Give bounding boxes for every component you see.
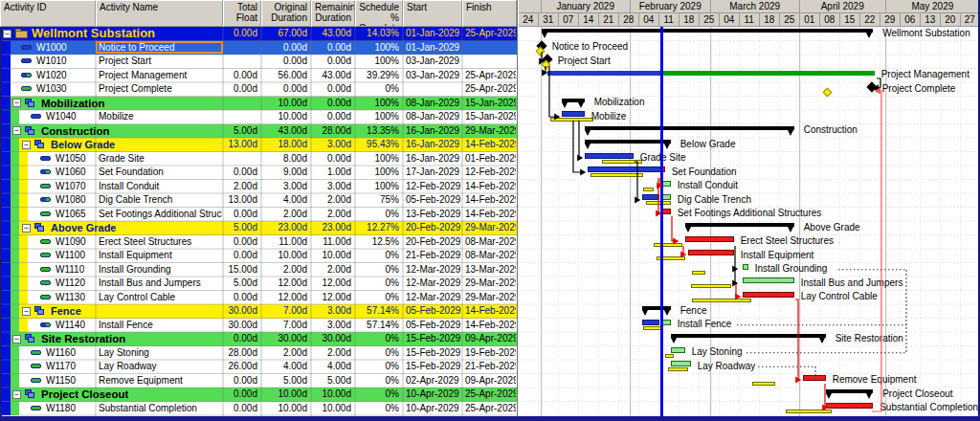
timescale-month-cell[interactable] xyxy=(519,0,542,13)
gantt-bar-label: Dig Cable Trench xyxy=(678,194,751,205)
critical-remaining-bar[interactable] xyxy=(685,236,734,242)
timescale-month-cell[interactable]: March 2029 xyxy=(711,0,800,13)
critical-remaining-bar[interactable] xyxy=(688,250,734,255)
column-header-name[interactable]: Activity Name xyxy=(96,0,223,27)
timescale-week-cell[interactable]: 08 xyxy=(820,13,840,27)
gantt-bar-label: Set Footings Additional Structures xyxy=(678,208,822,218)
timescale-week-cell[interactable]: 11 xyxy=(740,13,760,27)
timescale-week-cell[interactable]: 22 xyxy=(860,13,880,27)
timescale-week-cell[interactable]: 28 xyxy=(619,13,639,27)
summary-bar-endcap xyxy=(685,227,691,233)
timescale-week-cell[interactable]: 18 xyxy=(760,13,780,27)
timescale-week-cell[interactable]: 25 xyxy=(780,13,800,27)
gantt-bar-label: Below Grade xyxy=(680,139,736,149)
summary-bar-endcap xyxy=(642,310,648,316)
summary-bar[interactable] xyxy=(585,126,794,130)
timescale-week-cell[interactable]: 04 xyxy=(720,13,740,27)
column-header-rd[interactable]: Remaining Duration xyxy=(311,0,355,27)
gantt-bar-label: Erect Steel Structures xyxy=(741,235,834,246)
column-header-pct[interactable]: Schedule % Complete xyxy=(355,0,403,27)
gantt-bar-label: Set Foundation xyxy=(672,166,737,177)
remaining-work-bar[interactable] xyxy=(743,264,748,270)
baseline-bar xyxy=(692,299,751,302)
summary-bar[interactable] xyxy=(685,223,794,227)
actual-work-bar[interactable] xyxy=(588,166,662,172)
gantt-bar-label: Lay Control Cable xyxy=(801,291,878,301)
timescale-month-cell[interactable]: February 2029 xyxy=(631,0,711,13)
summary-bar-endcap xyxy=(664,144,670,149)
summary-bar-endcap xyxy=(866,33,872,38)
timescale-week-cell[interactable]: 13 xyxy=(921,13,941,27)
milestone-icon[interactable] xyxy=(866,82,877,93)
timescale-week-cell[interactable]: 04 xyxy=(639,13,659,27)
actual-work-bar[interactable] xyxy=(585,153,634,159)
remaining-work-bar[interactable] xyxy=(743,277,794,283)
remaining-work-bar[interactable] xyxy=(671,361,691,366)
gantt-bar-label: Mobilize xyxy=(591,111,627,122)
gantt-bar-label: Construction xyxy=(804,124,858,135)
timescale-week-cell[interactable]: 29 xyxy=(880,13,901,27)
timescale-week-cell[interactable]: 27 xyxy=(961,13,980,27)
pane-splitter[interactable] xyxy=(517,0,518,416)
actual-work-bar[interactable] xyxy=(547,71,662,76)
critical-remaining-bar[interactable] xyxy=(826,403,874,409)
baseline-bar xyxy=(654,243,682,247)
remaining-work-bar[interactable] xyxy=(671,347,685,353)
window-frame-left xyxy=(0,27,2,421)
timescale-week-cell[interactable]: 18 xyxy=(679,13,700,27)
gantt-bar-label: Project Complete xyxy=(882,83,956,94)
remaining-work-bar[interactable] xyxy=(662,181,671,187)
column-header-finish[interactable]: Finish xyxy=(462,0,517,27)
column-header-od[interactable]: Original Duration xyxy=(261,0,311,27)
remaining-work-bar[interactable] xyxy=(662,71,875,76)
actual-work-bar[interactable] xyxy=(642,320,659,325)
column-header-start[interactable]: Start xyxy=(403,0,462,27)
summary-bar-endcap xyxy=(585,130,590,136)
timescale-week-cell[interactable]: 11 xyxy=(659,13,679,27)
gantt-bar-label: Fence xyxy=(680,305,707,316)
column-header-tf[interactable]: Total Float xyxy=(223,0,261,27)
p6-gantt-window: −Wellmont Substation0.00d67.00d43.00d14.… xyxy=(0,0,980,421)
gantt-bar-label: Wellmont Substation xyxy=(882,28,970,38)
timescale-week-cell[interactable]: 07 xyxy=(559,13,579,27)
timescale-month-cell[interactable]: January 2029 xyxy=(542,0,631,13)
summary-bar-endcap xyxy=(671,338,677,343)
actual-work-bar[interactable] xyxy=(642,194,659,200)
summary-bar[interactable] xyxy=(671,334,826,338)
timescale-week-cell[interactable]: 15 xyxy=(840,13,860,27)
timescale-week-cell[interactable]: 06 xyxy=(901,13,921,27)
summary-bar-endcap xyxy=(542,33,547,38)
timescale-week-cell[interactable]: 20 xyxy=(941,13,961,27)
baseline-bar xyxy=(665,354,674,358)
remaining-work-bar[interactable] xyxy=(662,194,671,200)
timescale-month-cell[interactable]: April 2029 xyxy=(800,0,886,13)
timescale-week-cell[interactable]: 25 xyxy=(700,13,720,27)
summary-bar-endcap xyxy=(562,102,568,108)
gantt-bar-label: Site Restoration xyxy=(835,333,903,343)
gantt-bar-label: Mobilization xyxy=(594,97,645,107)
timescale-week-cell[interactable]: 24 xyxy=(519,13,539,27)
gantt-bar-label: Install Equipment xyxy=(741,250,814,260)
gantt-bar-label: Install Fence xyxy=(678,319,732,329)
summary-bar[interactable] xyxy=(542,29,874,33)
timescale-month-cell[interactable]: May 2029 xyxy=(886,0,980,13)
timescale-week-cell[interactable]: 31 xyxy=(539,13,559,27)
column-header-id[interactable]: Activity ID xyxy=(0,0,96,27)
timescale-week-cell[interactable]: 21 xyxy=(599,13,619,27)
summary-bar[interactable] xyxy=(585,140,671,144)
actual-work-bar[interactable] xyxy=(562,111,585,117)
gantt-bar-label: Install Grounding xyxy=(755,263,828,274)
baseline-bar xyxy=(786,410,832,413)
critical-remaining-bar[interactable] xyxy=(743,292,794,298)
baseline-bar xyxy=(691,284,731,288)
timescale-week-cell[interactable]: 01 xyxy=(800,13,820,27)
critical-remaining-bar[interactable] xyxy=(662,209,671,214)
gantt-bar-label: Lay Stoning xyxy=(692,346,743,357)
summary-bar-endcap xyxy=(788,227,793,233)
timescale-week-cell[interactable]: 14 xyxy=(579,13,599,27)
baseline-milestone-icon xyxy=(823,88,833,98)
critical-remaining-bar[interactable] xyxy=(803,375,826,381)
remaining-work-bar[interactable] xyxy=(662,320,671,325)
baseline-bar xyxy=(668,367,688,371)
baseline-bar xyxy=(590,173,644,177)
